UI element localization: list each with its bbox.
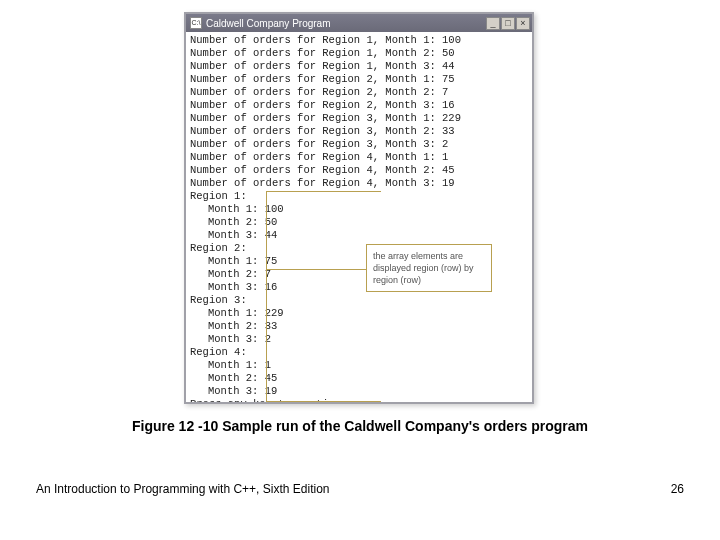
console-body: Number of orders for Region 1, Month 1: … (186, 32, 532, 402)
close-button[interactable]: × (516, 17, 530, 30)
maximize-button[interactable]: □ (501, 17, 515, 30)
input-line: Number of orders for Region 3, Month 1: … (190, 112, 528, 125)
input-line: Number of orders for Region 4, Month 3: … (190, 177, 528, 190)
input-line: Number of orders for Region 2, Month 3: … (190, 99, 528, 112)
region-month-line: Month 2: 45 (190, 372, 528, 385)
minimize-button[interactable]: _ (486, 17, 500, 30)
region-month-line: Month 3: 44 (190, 229, 528, 242)
annotation-text: the array elements are displayed region … (373, 251, 474, 285)
input-line: Number of orders for Region 4, Month 2: … (190, 164, 528, 177)
book-title: An Introduction to Programming with C++,… (36, 482, 329, 496)
input-line: Number of orders for Region 2, Month 1: … (190, 73, 528, 86)
annotation-connector-hline-bottom (266, 401, 381, 402)
console-window: C:\ Caldwell Company Program _ □ × Numbe… (184, 12, 534, 404)
input-line: Number of orders for Region 3, Month 3: … (190, 138, 528, 151)
region-month-line: Month 2: 33 (190, 320, 528, 333)
region-month-line: Month 3: 2 (190, 333, 528, 346)
annotation-connector-vline (266, 191, 267, 401)
window-title: Caldwell Company Program (206, 18, 486, 29)
annotation-connector-hline-top (266, 191, 381, 192)
input-line: Number of orders for Region 1, Month 2: … (190, 47, 528, 60)
annotation-connector-hline-mid (266, 269, 366, 270)
region-heading: Region 4: (190, 346, 528, 359)
region-month-line: Month 1: 229 (190, 307, 528, 320)
input-line: Number of orders for Region 1, Month 3: … (190, 60, 528, 73)
region-heading: Region 3: (190, 294, 528, 307)
figure-caption: Figure 12 -10 Sample run of the Caldwell… (0, 418, 720, 434)
region-month-line: Month 1: 100 (190, 203, 528, 216)
input-line: Number of orders for Region 4, Month 1: … (190, 151, 528, 164)
input-lines: Number of orders for Region 1, Month 1: … (190, 34, 528, 190)
input-line: Number of orders for Region 1, Month 1: … (190, 34, 528, 47)
region-month-line: Month 1: 1 (190, 359, 528, 372)
window-buttons: _ □ × (486, 17, 530, 30)
page-number: 26 (671, 482, 684, 496)
input-line: Number of orders for Region 2, Month 2: … (190, 86, 528, 99)
output-lines: Region 1:Month 1: 100Month 2: 50Month 3:… (190, 190, 528, 398)
app-icon: C:\ (190, 17, 202, 29)
input-line: Number of orders for Region 3, Month 2: … (190, 125, 528, 138)
annotation-callout: the array elements are displayed region … (366, 244, 492, 292)
region-month-line: Month 2: 50 (190, 216, 528, 229)
region-month-line: Month 3: 19 (190, 385, 528, 398)
titlebar[interactable]: C:\ Caldwell Company Program _ □ × (186, 14, 532, 32)
